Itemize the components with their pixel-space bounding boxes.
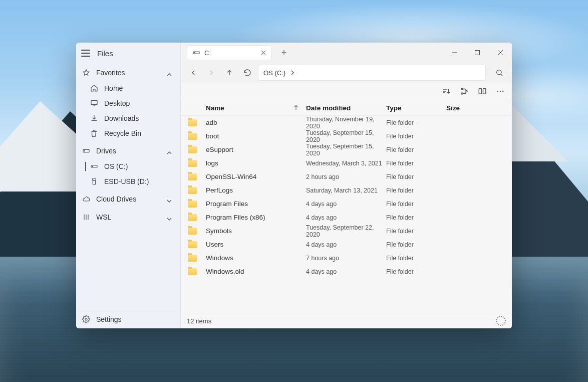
file-row[interactable]: Program Files4 days agoFile folder: [181, 197, 512, 211]
sidebar-item-label: Downloads: [104, 114, 139, 122]
home-icon: [90, 84, 98, 92]
window-minimize-button[interactable]: [443, 43, 466, 63]
sidebar-item-drive-c[interactable]: OS (C:): [76, 159, 180, 174]
file-type: File folder: [386, 201, 446, 208]
file-name: adb: [206, 119, 306, 126]
breadcrumb-segment[interactable]: OS (C:): [263, 69, 285, 77]
file-type: File folder: [386, 214, 446, 221]
wsl-icon: [82, 213, 90, 221]
file-list[interactable]: adbThursday, November 19, 2020File folde…: [181, 116, 512, 313]
svg-point-12: [461, 88, 463, 90]
sidebar-section-favorites[interactable]: Favorites: [76, 65, 180, 81]
address-bar[interactable]: OS (C:): [258, 65, 486, 81]
recyclebin-icon: [90, 129, 98, 137]
nav-up-button[interactable]: [222, 65, 237, 80]
file-type: File folder: [386, 268, 446, 275]
nav-back-button[interactable]: [186, 65, 201, 80]
file-row[interactable]: OpenSSL-Win642 hours agoFile folder: [181, 170, 512, 183]
search-button[interactable]: [492, 65, 507, 80]
folder-icon: [188, 201, 206, 208]
svg-rect-15: [479, 89, 481, 94]
download-icon: [90, 114, 98, 122]
desktop-icon: [90, 99, 98, 107]
layout-options-button[interactable]: [477, 86, 488, 97]
svg-point-13: [461, 93, 463, 94]
file-type: File folder: [386, 146, 446, 153]
window-maximize-button[interactable]: [466, 43, 489, 63]
sidebar-item-desktop[interactable]: Desktop: [76, 96, 180, 111]
file-type: File folder: [386, 187, 446, 194]
file-row[interactable]: Windows7 hours agoFile folder: [181, 251, 512, 265]
svg-point-2: [84, 150, 85, 151]
column-header-date[interactable]: Date modified: [306, 104, 386, 112]
svg-rect-5: [93, 178, 96, 180]
folder-icon: [188, 255, 206, 262]
sidebar-item-drive-d[interactable]: ESD-USB (D:): [76, 174, 180, 189]
drives-icon: [82, 147, 90, 155]
sidebar-section-clouddrives[interactable]: Cloud Drives: [76, 191, 180, 207]
column-header-size[interactable]: Size: [446, 104, 486, 112]
window-close-button[interactable]: [489, 43, 512, 63]
file-row[interactable]: Windows.old4 days agoFile folder: [181, 265, 512, 278]
file-date: Tuesday, September 15, 2020: [306, 143, 386, 157]
svg-point-14: [466, 91, 467, 92]
column-header-type[interactable]: Type: [386, 104, 446, 112]
gear-icon: [82, 315, 90, 323]
file-name: Windows: [206, 254, 306, 262]
sort-options-button[interactable]: [441, 86, 452, 97]
file-row[interactable]: PerfLogsSaturday, March 13, 2021File fol…: [181, 183, 512, 197]
file-row[interactable]: eSupportTuesday, September 15, 2020File …: [181, 143, 512, 156]
file-row[interactable]: Program Files (x86)4 days agoFile folder: [181, 211, 512, 224]
app-title: Files: [97, 49, 113, 58]
svg-point-17: [497, 91, 498, 92]
more-options-button[interactable]: [495, 86, 506, 97]
file-date: Tuesday, September 15, 2020: [306, 129, 386, 143]
file-type: File folder: [386, 255, 446, 262]
tab-active[interactable]: C:: [187, 45, 272, 60]
new-tab-button[interactable]: +: [277, 46, 291, 60]
group-options-button[interactable]: [459, 86, 470, 97]
svg-point-7: [85, 318, 87, 320]
tab-close-button[interactable]: [259, 49, 267, 57]
file-date: 4 days ago: [306, 268, 386, 275]
svg-point-18: [500, 91, 501, 92]
titlebar: C: +: [181, 43, 512, 63]
file-row[interactable]: Users4 days agoFile folder: [181, 238, 512, 251]
status-bar: 12 items: [181, 313, 512, 328]
sidebar-item-recyclebin[interactable]: Recycle Bin: [76, 126, 180, 141]
sidebar-settings[interactable]: Settings: [76, 310, 180, 328]
sidebar-item-home[interactable]: Home: [76, 81, 180, 96]
column-header-label: Type: [386, 104, 402, 112]
file-row[interactable]: logsWednesday, March 3, 2021File folder: [181, 156, 512, 170]
sidebar-section-drives[interactable]: Drives: [76, 143, 180, 159]
file-name: Symbols: [206, 227, 306, 235]
sidebar-item-label: Home: [104, 84, 123, 92]
file-row[interactable]: SymbolsTuesday, September 22, 2020File f…: [181, 224, 512, 238]
hamburger-menu-button[interactable]: [81, 50, 90, 57]
nav-forward-button[interactable]: [204, 65, 219, 80]
file-name: eSupport: [206, 146, 306, 153]
file-date: 4 days ago: [306, 201, 386, 208]
sidebar-section-wsl[interactable]: WSL: [76, 209, 180, 225]
svg-point-4: [92, 166, 93, 166]
file-type: File folder: [386, 160, 446, 167]
file-name: boot: [206, 132, 306, 140]
sidebar-item-downloads[interactable]: Downloads: [76, 111, 180, 126]
sidebar-section-label: Drives: [96, 147, 116, 155]
desktop-wallpaper: Files Favorites Home: [0, 0, 588, 382]
file-name: Windows.old: [206, 268, 306, 275]
svg-point-19: [502, 91, 503, 92]
file-row[interactable]: adbThursday, November 19, 2020File folde…: [181, 116, 512, 129]
sidebar-section-label: Cloud Drives: [96, 195, 136, 203]
file-date: Saturday, March 13, 2021: [306, 187, 386, 194]
nav-refresh-button[interactable]: [240, 65, 255, 80]
file-date: 7 hours ago: [306, 255, 386, 262]
folder-icon: [188, 214, 206, 221]
file-name: PerfLogs: [206, 186, 306, 194]
star-icon: [82, 69, 90, 77]
loading-spinner-icon: [496, 316, 506, 326]
sidebar-footer-label: Settings: [96, 315, 122, 323]
file-row[interactable]: bootTuesday, September 15, 2020File fold…: [181, 129, 512, 143]
folder-icon: [188, 187, 206, 194]
column-header-name[interactable]: Name: [206, 104, 306, 112]
